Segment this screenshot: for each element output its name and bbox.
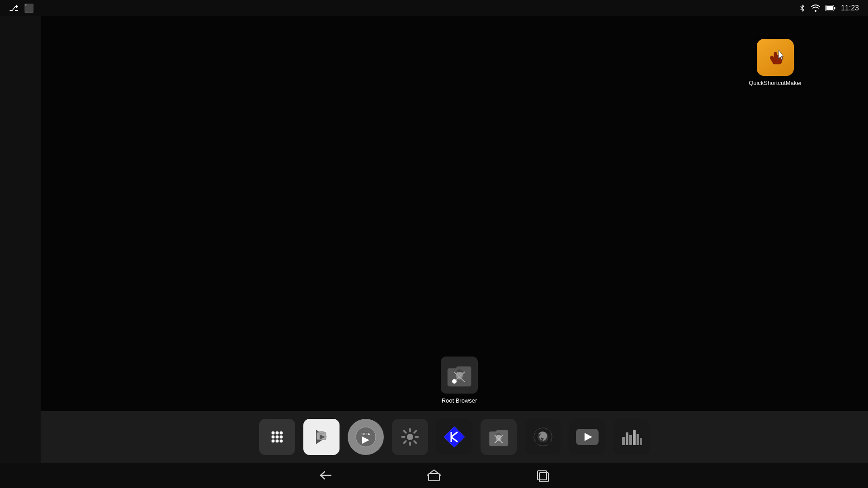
home-icon	[427, 469, 441, 482]
play-store-beta-button[interactable]: BETA	[348, 419, 384, 455]
root-browser-folder-icon	[446, 363, 473, 387]
svg-line-30	[414, 441, 416, 443]
settings-icon	[400, 427, 420, 447]
svg-rect-46	[622, 437, 625, 445]
kodi-button[interactable]	[436, 419, 472, 455]
root-browser-dock-button[interactable]	[481, 419, 517, 455]
svg-rect-19	[319, 432, 324, 433]
desktop-area: QuickShortcutMaker	[41, 16, 868, 463]
svg-point-21	[356, 427, 376, 447]
svg-rect-2	[834, 7, 835, 9]
home-button[interactable]	[425, 466, 443, 484]
svg-point-11	[272, 435, 275, 438]
bluetooth-icon	[799, 4, 806, 12]
all-apps-button[interactable]	[259, 419, 295, 455]
youtube-icon	[576, 429, 599, 445]
equalizer-icon	[621, 428, 642, 446]
left-sidebar	[0, 16, 41, 463]
svg-point-8	[272, 431, 275, 434]
dock-bar: BETA	[41, 411, 868, 463]
svg-line-32	[404, 441, 406, 443]
svg-rect-51	[640, 438, 642, 445]
root-browser-desktop-icon[interactable]: Root Browser	[434, 357, 484, 404]
svg-line-31	[414, 431, 416, 432]
svg-line-29	[404, 431, 406, 432]
back-button[interactable]	[316, 466, 335, 484]
svg-rect-5	[456, 371, 463, 372]
svg-rect-1	[826, 6, 833, 10]
page-dot-active	[452, 379, 457, 384]
play-store-button[interactable]	[303, 419, 340, 455]
youtube-button[interactable]	[569, 419, 605, 455]
quick-shortcut-maker-icon[interactable]: QuickShortcutMaker	[750, 39, 800, 87]
svg-rect-39	[496, 434, 501, 435]
quick-shortcut-maker-label: QuickShortcutMaker	[749, 80, 802, 87]
svg-point-12	[276, 435, 279, 438]
all-apps-icon	[269, 429, 285, 445]
quick-shortcut-maker-icon-bg	[757, 39, 794, 76]
svg-rect-52	[429, 474, 439, 481]
dsp-manager-button[interactable]	[613, 419, 650, 455]
nav-bar	[0, 463, 868, 488]
battery-icon	[826, 5, 835, 11]
svg-rect-48	[629, 435, 632, 445]
svg-point-14	[272, 439, 275, 442]
svg-rect-47	[626, 432, 628, 445]
root-browser-dock-icon	[488, 427, 509, 447]
page-indicator	[452, 379, 457, 384]
usb-icon: ⎇	[9, 3, 19, 13]
svg-point-10	[280, 431, 283, 434]
kodi-icon	[443, 426, 466, 448]
svg-point-16	[280, 439, 283, 442]
status-bar-right: 11:23	[799, 4, 859, 12]
svg-point-15	[276, 439, 279, 442]
back-icon	[318, 469, 333, 482]
svg-point-13	[280, 435, 283, 438]
root-browser-icon-bg	[441, 357, 478, 394]
svg-point-24	[407, 434, 413, 440]
main-container: ⎇ ⬛	[0, 0, 868, 488]
root-browser-desktop-label: Root Browser	[442, 397, 477, 404]
svg-text:BETA: BETA	[362, 432, 370, 436]
status-bar: ⎇ ⬛	[0, 0, 868, 16]
hand-icon	[764, 46, 787, 69]
clock: 11:23	[841, 4, 859, 12]
svg-point-9	[276, 431, 279, 434]
firefox-button[interactable]	[525, 419, 561, 455]
recents-button[interactable]	[533, 466, 552, 484]
svg-rect-50	[637, 434, 639, 445]
recents-icon	[536, 469, 549, 482]
svg-marker-33	[444, 427, 465, 447]
svg-rect-49	[633, 430, 636, 445]
wifi-icon	[811, 5, 820, 12]
play-store-icon	[312, 428, 330, 446]
settings-button[interactable]	[392, 419, 428, 455]
status-bar-left: ⎇ ⬛	[9, 3, 34, 13]
play-store-beta-icon: BETA	[355, 427, 376, 447]
screenshot-icon: ⬛	[24, 3, 34, 13]
firefox-icon	[533, 427, 553, 447]
